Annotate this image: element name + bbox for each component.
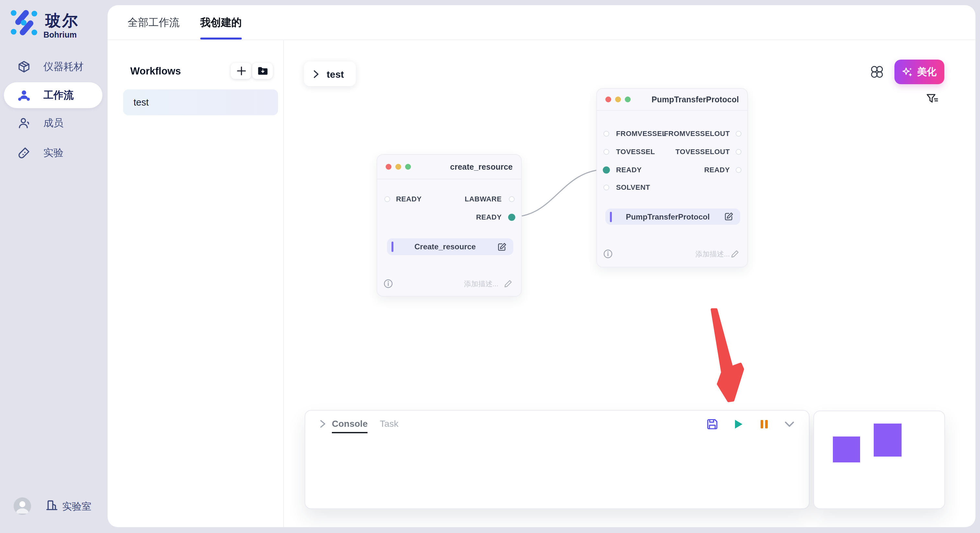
sidebar-item-label: 成员 — [43, 116, 64, 130]
description-placeholder[interactable]: 添加描述... — [464, 280, 498, 287]
tab-console[interactable]: Console — [332, 418, 368, 433]
dot-green-icon — [625, 97, 631, 102]
import-folder-button[interactable] — [252, 63, 273, 79]
pause-icon[interactable] — [758, 418, 770, 430]
dot-red-icon — [386, 164, 391, 170]
save-icon[interactable] — [706, 418, 718, 430]
sidebar: 玻尔 Bohrium 仪器耗材 工作流 — [0, 0, 108, 533]
avatar[interactable] — [14, 497, 31, 515]
chevron-right-icon — [312, 70, 320, 78]
workspace-label[interactable]: 实验室 — [62, 501, 91, 513]
tab-my-created[interactable]: 我创建的 — [200, 5, 242, 40]
workflow-icon — [18, 89, 30, 102]
input-port-ready-connected[interactable] — [603, 166, 610, 173]
pill-label: PumpTransferProtocol — [611, 212, 724, 221]
chevron-right-icon[interactable] — [318, 420, 327, 428]
output-port-tovesselout[interactable] — [736, 149, 741, 155]
breadcrumb[interactable]: test — [304, 62, 356, 86]
input-port-solvent[interactable] — [603, 185, 609, 190]
box-icon — [18, 60, 30, 73]
node-create-resource[interactable]: create_resource READY LABWARE READY Crea… — [377, 154, 522, 297]
avatar-person-icon — [14, 497, 31, 515]
annotation-arrow — [712, 309, 743, 401]
active-tab-underline — [200, 38, 242, 40]
beautify-button-label: 美化 — [917, 66, 937, 78]
node-function-pill[interactable]: PumpTransferProtocol — [605, 209, 740, 225]
workflow-tabbar: 全部工作流 我创建的 — [108, 5, 975, 40]
pencil-icon[interactable] — [731, 250, 739, 258]
filter-icon[interactable] — [926, 93, 939, 106]
members-icon — [18, 117, 30, 130]
account-row: 实验室 — [0, 497, 108, 516]
tab-all-workflows[interactable]: 全部工作流 — [128, 5, 180, 40]
brand-name: 玻尔 — [45, 10, 79, 31]
node-title: create_resource — [450, 162, 513, 171]
pencil-icon[interactable] — [504, 280, 512, 287]
port-label: FROMVESSEL — [616, 130, 667, 137]
edit-icon[interactable] — [724, 212, 734, 222]
sidebar-item-instruments[interactable]: 仪器耗材 — [4, 54, 102, 80]
port-label: FROMVESSELOUT — [664, 130, 730, 137]
traffic-dots — [386, 164, 411, 170]
sparkles-icon — [902, 67, 913, 78]
brand-subtitle: Bohrium — [43, 30, 77, 40]
building-icon — [45, 499, 58, 512]
port-label: SOLVENT — [616, 184, 650, 191]
port-label: READY — [704, 166, 730, 173]
info-icon[interactable] — [603, 249, 612, 259]
port-label: READY — [396, 195, 422, 203]
bohrium-logo-icon — [10, 8, 38, 37]
description-placeholder[interactable]: 添加描述... — [695, 250, 730, 258]
sidebar-item-label: 实验 — [43, 146, 64, 160]
output-port-ready-connected[interactable] — [508, 214, 515, 221]
dot-red-icon — [605, 97, 611, 102]
folder-download-icon — [257, 66, 268, 76]
pill-label: Create_resource — [393, 242, 497, 251]
port-label: TOVESSELOUT — [675, 148, 730, 155]
beautify-button[interactable]: 美化 — [894, 60, 944, 84]
node-function-pill[interactable]: Create_resource — [387, 238, 513, 255]
info-icon[interactable] — [384, 279, 393, 288]
app-window: 玻尔 Bohrium 仪器耗材 工作流 — [0, 0, 980, 533]
command-clover-icon[interactable] — [870, 65, 884, 79]
minimap-node-rect — [833, 436, 860, 462]
sidebar-item-workflow[interactable]: 工作流 — [4, 82, 102, 108]
run-play-icon[interactable] — [732, 418, 744, 430]
tab-task[interactable]: Task — [380, 418, 399, 429]
main-content: 全部工作流 我创建的 Workflows test — [108, 5, 975, 527]
node-connection-edge[interactable] — [512, 169, 607, 217]
dot-green-icon — [405, 164, 411, 170]
add-workflow-button[interactable] — [231, 63, 251, 79]
sidebar-item-experiment[interactable]: 实验 — [4, 140, 102, 166]
minimap[interactable] — [813, 411, 945, 509]
input-port-fromvessel[interactable] — [603, 131, 609, 136]
node-header: PumpTransferProtocol — [597, 89, 747, 111]
sidebar-item-label: 仪器耗材 — [43, 60, 84, 73]
workflows-panel-title: Workflows — [130, 65, 181, 77]
output-port-labware[interactable] — [509, 196, 514, 202]
workflow-item-label: test — [134, 97, 149, 108]
port-label: TOVESSEL — [616, 148, 655, 155]
sidebar-item-label: 工作流 — [43, 89, 73, 102]
breadcrumb-label: test — [327, 68, 344, 79]
workflows-panel: Workflows test — [108, 40, 284, 527]
input-port-tovessel[interactable] — [603, 149, 609, 155]
test-tube-icon — [18, 146, 30, 159]
node-title: PumpTransferProtocol — [652, 95, 739, 104]
output-port-fromvesselout[interactable] — [736, 131, 741, 136]
input-port-ready[interactable] — [384, 196, 390, 202]
port-label: READY — [476, 214, 502, 221]
port-label: READY — [616, 166, 642, 173]
output-port-ready[interactable] — [736, 167, 741, 173]
plus-icon — [236, 66, 246, 76]
dot-yellow-icon — [395, 164, 401, 170]
console-panel[interactable]: Console Task — [305, 410, 810, 509]
edit-icon[interactable] — [497, 242, 507, 252]
chevron-down-icon[interactable] — [784, 418, 795, 430]
port-label: LABWARE — [465, 195, 502, 203]
node-header: create_resource — [377, 155, 521, 179]
dot-yellow-icon — [615, 97, 621, 102]
node-pump-transfer-protocol[interactable]: PumpTransferProtocol FROMVESSEL FROMVESS… — [596, 88, 748, 268]
workflow-list-item[interactable]: test — [123, 89, 278, 115]
sidebar-item-members[interactable]: 成员 — [4, 110, 102, 136]
